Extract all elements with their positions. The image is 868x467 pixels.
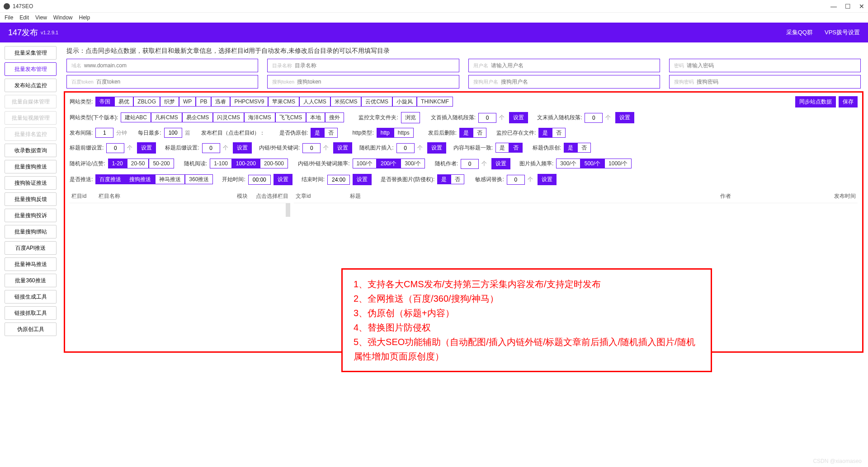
fields1-input-2[interactable] [491,62,655,69]
fields2-input-2[interactable] [501,79,655,85]
start-time-input[interactable] [248,175,271,185]
start-time-set[interactable]: 设置 [274,174,292,185]
rand-cmt-opt-1[interactable]: 20-50 [127,159,149,168]
fields2-input-3[interactable] [697,79,856,85]
title-match-opt-1[interactable]: 否 [509,143,523,153]
site-type-opt-6[interactable]: 迅睿 [211,97,230,107]
title-match-opt-0[interactable]: 是 [495,143,509,153]
site-type-next-opt-7[interactable]: 搜外 [325,112,344,122]
fake-orig-opt-1[interactable]: 否 [324,128,338,138]
header-link-qq[interactable]: 采集QQ群 [786,28,813,37]
push-opt-2[interactable]: 神马推送 [155,174,185,184]
title-suf-input[interactable] [202,143,220,153]
site-type-opt-10[interactable]: 米拓CMS [330,97,362,107]
push-opt-3[interactable]: 360推送 [185,174,213,184]
rand-img-input[interactable] [396,143,415,153]
scroll-handle[interactable] [286,203,290,217]
site-type-opt-2[interactable]: ZBLOG [133,97,160,107]
minimize-icon[interactable]: — [830,3,837,10]
rand-cmt-opt-2[interactable]: 50-200 [149,159,174,168]
rand-cmt-opt-0[interactable]: 1-20 [108,159,127,168]
rand-author-input[interactable] [461,159,479,169]
http-type-opt-0[interactable]: http [377,128,394,138]
sidebar-item-10[interactable]: 批量搜狗投诉 [5,209,57,222]
site-type-next-opt-3[interactable]: 闪灵CMS [213,112,244,122]
fields1-input-3[interactable] [687,62,856,69]
maximize-icon[interactable]: ☐ [845,3,851,10]
site-type-opt-7[interactable]: PHPCMSV9 [230,97,268,107]
header-link-vps[interactable]: VPS拨号设置 [825,28,860,37]
sidebar-item-17[interactable]: 伪原创工具 [5,322,57,336]
rand-read-opt-1[interactable]: 100-200 [232,159,260,168]
img-freq-opt-2[interactable]: 1000/个 [604,159,632,168]
close-icon[interactable]: ✕ [859,3,864,10]
rand-read-opt-0[interactable]: 1-100 [210,159,232,168]
link-kw-set[interactable]: 设置 [333,142,352,154]
title-fake-opt-1[interactable]: 否 [577,143,591,153]
sidebar-item-11[interactable]: 批量搜狗绑站 [5,225,57,238]
prefix-rand-input[interactable] [478,113,496,123]
link-freq-opt-1[interactable]: 200/个 [377,159,401,168]
site-type-next-opt-6[interactable]: 本地 [306,112,325,122]
sidebar-item-2[interactable]: 发布站点监控 [5,79,57,92]
end-time-input[interactable] [327,175,350,185]
site-type-next-opt-1[interactable]: 凡科CMS [151,112,182,122]
end-time-set[interactable]: 设置 [353,174,372,185]
menu-file[interactable]: File [5,14,13,21]
interval-input[interactable] [95,128,113,138]
menu-edit[interactable]: Edit [19,14,29,21]
site-type-opt-13[interactable]: THINKCMF [417,97,453,107]
monitor-exist-opt-1[interactable]: 否 [552,128,566,138]
site-type-opt-0[interactable]: 帝国 [95,97,114,107]
menu-help[interactable]: Help [79,14,90,21]
fields2-input-0[interactable] [96,79,253,85]
title-fake-opt-0[interactable]: 是 [564,143,577,153]
site-type-next-opt-2[interactable]: 易企CMS [182,112,213,122]
rand-read-opt-2[interactable]: 200-500 [260,159,288,168]
push-opt-0[interactable]: 百度推送 [95,174,125,184]
sidebar-item-9[interactable]: 批量搜狗反馈 [5,192,57,206]
replace-img-opt-1[interactable]: 否 [451,174,464,184]
push-opt-1[interactable]: 搜狗推送 [125,174,155,184]
save-button[interactable]: 保存 [839,96,858,107]
sidebar-item-7[interactable]: 批量搜狗推送 [5,160,57,173]
monitor-exist-opt-0[interactable]: 是 [538,128,552,138]
replace-img-opt-0[interactable]: 是 [437,174,451,184]
site-type-opt-11[interactable]: 云优CMS [361,97,392,107]
img-freq-opt-0[interactable]: 300/个 [556,159,580,168]
site-type-opt-1[interactable]: 易优 [114,97,133,107]
rand-author-set[interactable]: 设置 [491,158,510,169]
fake-orig-opt-0[interactable]: 是 [311,128,324,138]
link-freq-opt-0[interactable]: 100/个 [353,159,377,168]
site-type-opt-4[interactable]: WP [179,97,196,107]
sidebar-item-3[interactable]: 批量自媒体管理 [5,95,57,108]
sidebar-item-12[interactable]: 百度API推送 [5,241,57,255]
sidebar-item-6[interactable]: 收录数据查询 [5,144,57,157]
sync-button[interactable]: 同步站点数据 [795,96,836,107]
title-pre-set[interactable]: 设置 [137,142,156,154]
site-type-next-opt-5[interactable]: 飞飞CMS [275,112,307,122]
link-freq-opt-2[interactable]: 300/个 [401,159,425,168]
menu-view[interactable]: View [35,14,47,21]
fields1-input-0[interactable] [84,62,253,69]
prefix-rand-set[interactable]: 设置 [509,112,528,123]
fields2-input-1[interactable] [297,79,454,85]
daily-max-input[interactable] [164,128,182,138]
sidebar-item-4[interactable]: 批量短视频管理 [5,111,57,125]
link-kw-input[interactable] [302,143,321,153]
site-type-next-opt-4[interactable]: 海洋CMS [244,112,275,122]
sidebar-item-16[interactable]: 链接抓取工具 [5,306,57,320]
del-after-opt-0[interactable]: 是 [459,128,473,138]
http-type-opt-1[interactable]: https [394,128,414,138]
site-type-opt-12[interactable]: 小旋风 [392,97,417,107]
sidebar-item-5[interactable]: 批量排名监控 [5,127,57,141]
fields1-input-1[interactable] [295,62,454,69]
title-suf-set[interactable]: 设置 [233,142,252,154]
site-type-next-opt-0[interactable]: 建站ABC [121,112,151,122]
site-type-opt-5[interactable]: PB [196,97,211,107]
del-after-opt-1[interactable]: 否 [473,128,486,138]
sensitive-input[interactable] [507,175,525,185]
sidebar-item-14[interactable]: 批量360推送 [5,274,57,287]
img-freq-opt-1[interactable]: 500/个 [580,159,604,168]
sidebar-item-15[interactable]: 链接生成工具 [5,290,57,304]
